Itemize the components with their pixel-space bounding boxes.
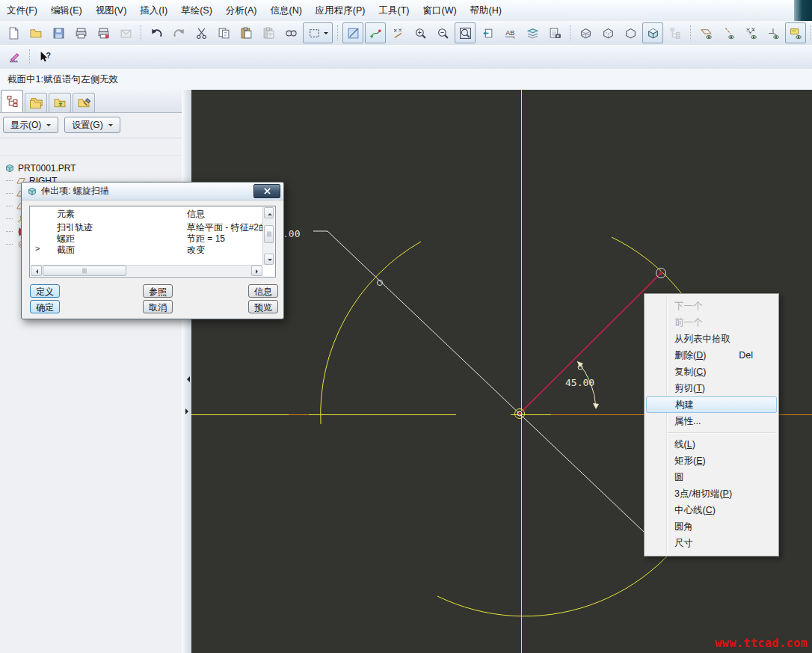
model-tree-button[interactable] bbox=[544, 22, 565, 43]
preview-button[interactable]: 预览 bbox=[248, 300, 278, 313]
element-row-pitch[interactable]: 螺距 节距 = 15 bbox=[30, 233, 262, 244]
ctx-cut[interactable]: 剪切(T) bbox=[645, 380, 778, 396]
menu-info[interactable]: 信息(N) bbox=[263, 1, 308, 21]
selected-line-45deg[interactable] bbox=[520, 273, 661, 414]
ctx-fillet[interactable]: 圆角 bbox=[645, 518, 778, 535]
menu-edit[interactable]: 编辑(E) bbox=[44, 1, 89, 21]
sketch-view-button[interactable] bbox=[342, 22, 363, 43]
expand-panel-arrow-icon[interactable] bbox=[185, 408, 191, 414]
menu-sketch[interactable]: 草绘(S) bbox=[174, 1, 219, 21]
sketch-arc-upper-left[interactable] bbox=[321, 242, 421, 424]
redo-button[interactable] bbox=[168, 22, 189, 43]
tree-connector bbox=[6, 193, 13, 194]
menu-tools[interactable]: 工具(T) bbox=[372, 1, 416, 21]
paste-special-button[interactable] bbox=[258, 22, 279, 43]
sketch-center-marker[interactable] bbox=[515, 409, 525, 419]
new-document-button[interactable] bbox=[3, 22, 24, 43]
wireframe-button[interactable] bbox=[575, 22, 596, 43]
dimension-value-partial[interactable]: .00 bbox=[283, 228, 300, 239]
element-row-section[interactable]: > 截面 改变 bbox=[30, 244, 262, 255]
undo-button[interactable] bbox=[146, 22, 167, 43]
spline-points-button[interactable] bbox=[365, 22, 386, 43]
paste-button[interactable] bbox=[236, 22, 256, 43]
ctx-properties[interactable]: 属性... bbox=[645, 413, 778, 429]
ctx-3point-tangent[interactable]: 3点/相切端(P) bbox=[645, 485, 778, 502]
ctx-rectangle[interactable]: 矩形(E) bbox=[645, 453, 778, 469]
plane-tag-display-button[interactable] bbox=[785, 22, 806, 43]
send-mail-button[interactable] bbox=[115, 22, 136, 43]
ctx-dimension[interactable]: 尺寸 bbox=[645, 535, 778, 551]
point-display-button[interactable] bbox=[740, 22, 761, 43]
dialog-titlebar[interactable]: 伸出项: 螺旋扫描 bbox=[22, 183, 283, 200]
show-dropdown-button[interactable]: 显示(O) bbox=[3, 117, 58, 133]
define-button[interactable]: 定义 bbox=[30, 284, 60, 298]
table-horizontal-scrollbar[interactable] bbox=[31, 265, 262, 276]
menu-file[interactable]: 文件(F) bbox=[0, 1, 44, 21]
zoom-in-button[interactable] bbox=[410, 22, 431, 43]
menu-insert[interactable]: 插入(I) bbox=[133, 1, 174, 21]
menu-applications[interactable]: 应用程序(P) bbox=[309, 1, 372, 21]
layers-button[interactable] bbox=[522, 22, 543, 43]
no-hidden-button[interactable] bbox=[620, 22, 641, 43]
menu-window[interactable]: 窗口(W) bbox=[416, 1, 463, 21]
hidden-line-button[interactable] bbox=[597, 22, 618, 43]
reorient-button[interactable] bbox=[477, 22, 498, 43]
menu-view[interactable]: 视图(V) bbox=[89, 1, 134, 21]
table-vertical-scrollbar[interactable] bbox=[262, 207, 274, 265]
select-box-button[interactable] bbox=[303, 22, 333, 43]
ctx-circle[interactable]: 圆 bbox=[645, 469, 778, 485]
element-row-trajectory[interactable]: 扫引轨迹 草绘平面 - 特征#2的 bbox=[30, 221, 262, 233]
csys-display-button[interactable] bbox=[763, 22, 784, 43]
scroll-right-button[interactable] bbox=[251, 266, 262, 276]
cut-button[interactable] bbox=[191, 22, 212, 43]
ctx-delete[interactable]: 删除(D) Del bbox=[645, 347, 778, 364]
tab-favorites[interactable] bbox=[73, 93, 95, 112]
tree-filter-button[interactable] bbox=[665, 22, 686, 43]
tree-item-part[interactable]: PRT0001.PRT bbox=[0, 162, 182, 174]
tab-folder-browser[interactable] bbox=[49, 93, 71, 112]
tab-model-tree[interactable] bbox=[1, 90, 23, 112]
scroll-down-button[interactable] bbox=[264, 254, 274, 265]
collapse-panel-arrow-icon[interactable] bbox=[184, 376, 190, 382]
ctx-line[interactable]: 线(L) bbox=[645, 436, 778, 453]
datum-plane-display-button[interactable] bbox=[695, 22, 716, 43]
menu-help[interactable]: 帮助(H) bbox=[464, 1, 508, 21]
axis-display-button[interactable] bbox=[718, 22, 739, 43]
ctx-pick-from-list[interactable]: 从列表中拾取 bbox=[645, 331, 778, 347]
panel-splitter[interactable] bbox=[182, 90, 192, 653]
menu-analysis[interactable]: 分析(A) bbox=[219, 1, 264, 21]
ctx-previous[interactable]: 前一个 bbox=[645, 314, 778, 331]
zoom-out-button[interactable] bbox=[432, 22, 453, 43]
context-help-button[interactable] bbox=[34, 46, 55, 67]
print-button[interactable] bbox=[70, 22, 91, 43]
line-endpoint-marker[interactable] bbox=[656, 269, 666, 278]
horizontal-scroll-thumb[interactable] bbox=[43, 266, 126, 276]
reference-diagonal-line[interactable] bbox=[313, 231, 658, 545]
dialog-close-button[interactable] bbox=[253, 184, 280, 198]
ctx-construct[interactable]: 构建 bbox=[646, 396, 777, 413]
ctx-next[interactable]: 下一个 bbox=[645, 298, 778, 314]
scroll-left-button[interactable] bbox=[31, 266, 42, 276]
annotation-button[interactable] bbox=[499, 22, 520, 43]
point-edit-button[interactable] bbox=[387, 22, 408, 43]
ok-button[interactable]: 确定 bbox=[30, 300, 60, 313]
ctx-centerline[interactable]: 中心线(C) bbox=[645, 502, 778, 518]
vertical-scroll-thumb[interactable] bbox=[264, 225, 274, 243]
tab-layer-tree[interactable] bbox=[25, 93, 47, 112]
save-button[interactable] bbox=[48, 22, 69, 43]
shaded-button[interactable] bbox=[642, 22, 663, 43]
open-button[interactable] bbox=[25, 22, 46, 43]
angle-dimension[interactable]: 45.00 bbox=[565, 361, 599, 409]
exit-sketcher-button[interactable] bbox=[4, 46, 25, 67]
copy-button[interactable] bbox=[213, 22, 234, 43]
zoom-fit-button[interactable] bbox=[455, 22, 476, 43]
cancel-button[interactable]: 取消 bbox=[143, 300, 173, 313]
ctx-copy[interactable]: 复制(C) bbox=[645, 364, 778, 380]
find-button[interactable] bbox=[280, 22, 301, 43]
refs-button[interactable]: 参照 bbox=[143, 284, 173, 298]
settings-dropdown-button[interactable]: 设置(G) bbox=[64, 117, 120, 133]
info-button[interactable]: 信息 bbox=[248, 284, 278, 298]
scroll-up-button[interactable] bbox=[264, 207, 274, 218]
print-setup-button[interactable] bbox=[93, 22, 114, 43]
dropdown-caret-icon[interactable] bbox=[324, 32, 328, 37]
